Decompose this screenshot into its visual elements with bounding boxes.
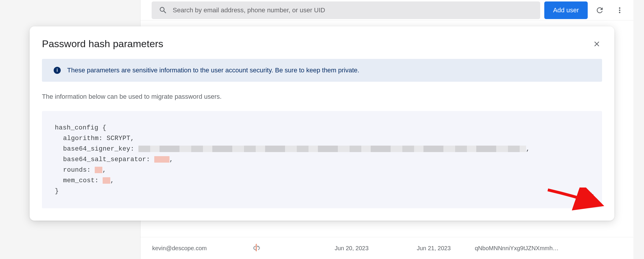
copy-button[interactable] (584, 190, 597, 203)
redacted-value (103, 177, 110, 184)
redacted-value (138, 146, 526, 152)
code-line-open: hash_config { (55, 123, 589, 133)
info-banner-text: These parameters are sensitive informati… (67, 67, 359, 74)
code-line-rounds: rounds: , (55, 165, 589, 175)
code-line-algorithm: algorithm: SCRYPT, (55, 133, 589, 144)
hash-config-code-block: hash_config { algorithm: SCRYPT, base64_… (42, 111, 602, 208)
code-line-close: } (55, 186, 589, 197)
close-button[interactable] (590, 37, 604, 51)
copy-icon (586, 192, 594, 201)
redacted-value (154, 156, 170, 163)
password-hash-modal: Password hash parameters i These paramet… (30, 26, 614, 221)
info-icon: i (54, 67, 61, 74)
code-line-salt-separator: base64_salt_separator: , (55, 154, 589, 165)
modal-description: The information below can be used to mig… (42, 93, 602, 100)
info-banner: i These parameters are sensitive informa… (42, 59, 602, 82)
close-icon (593, 40, 601, 48)
code-line-mem-cost: mem_cost: , (55, 175, 589, 186)
modal-scrim: Password hash parameters i These paramet… (0, 0, 644, 259)
code-line-signer-key: base64_signer_key: , (55, 144, 589, 154)
modal-title: Password hash parameters (42, 38, 602, 50)
redacted-value (95, 167, 102, 173)
